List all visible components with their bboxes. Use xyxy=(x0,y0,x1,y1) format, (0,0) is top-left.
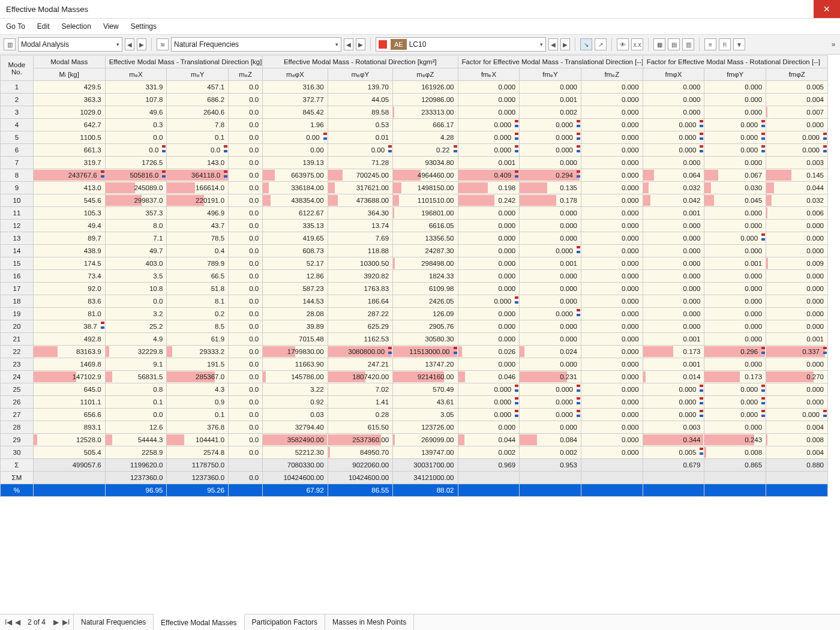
cell[interactable] xyxy=(581,472,643,484)
cell[interactable]: 0.000 xyxy=(704,358,766,371)
cell[interactable]: 0.000 xyxy=(520,245,581,257)
cell[interactable]: 0.000 xyxy=(643,295,704,308)
cell[interactable]: 3.22 xyxy=(263,383,328,396)
cell[interactable] xyxy=(33,484,105,497)
cell[interactable]: 71.28 xyxy=(328,157,392,169)
cell[interactable]: 7.69 xyxy=(328,232,392,245)
menu-view[interactable]: View xyxy=(103,22,119,31)
cell[interactable]: 126.09 xyxy=(393,308,458,320)
cell[interactable]: 83.6 xyxy=(33,295,105,308)
cell[interactable]: 893.1 xyxy=(33,421,105,434)
cell[interactable]: 247.21 xyxy=(328,358,392,371)
cell[interactable]: 0.000 xyxy=(766,308,828,320)
row-header[interactable]: 10 xyxy=(1,194,34,207)
cell[interactable]: 174.5 xyxy=(33,257,105,270)
cell[interactable]: 0.0 xyxy=(229,409,263,421)
cell[interactable]: 686.2 xyxy=(167,94,229,106)
cell[interactable]: 0.880 xyxy=(766,459,828,472)
cell[interactable]: 0.000 xyxy=(581,371,643,383)
cell[interactable]: 0.006 xyxy=(766,207,828,220)
cell[interactable]: 0.002 xyxy=(520,106,581,119)
row-header[interactable]: 12 xyxy=(1,220,34,232)
tool-table-c[interactable]: ▥ xyxy=(682,38,694,50)
cell[interactable]: 0.000 xyxy=(766,119,828,131)
cell[interactable]: 0.4 xyxy=(167,245,229,257)
cell[interactable]: 0.000 xyxy=(643,220,704,232)
cell[interactable]: 0.000 xyxy=(581,194,643,207)
cell[interactable]: 0.000 xyxy=(643,232,704,245)
cell[interactable]: 0.000 xyxy=(643,81,704,94)
cell[interactable]: 364118.0 xyxy=(167,169,229,182)
cell[interactable]: 166614.0 xyxy=(167,182,229,194)
cell[interactable]: 0.005 xyxy=(643,446,704,459)
analysis-next[interactable]: ▶ xyxy=(137,38,146,50)
cell[interactable]: 0.28 xyxy=(328,409,392,421)
cell[interactable]: 0.00 xyxy=(263,131,328,144)
cell[interactable]: 2537360.00 xyxy=(328,434,392,446)
cell[interactable]: 505816.0 xyxy=(105,169,167,182)
cell[interactable]: 0.000 xyxy=(520,333,581,346)
cell[interactable]: 1.41 xyxy=(328,396,392,409)
cell[interactable]: 89.58 xyxy=(328,106,392,119)
cell[interactable]: 0.008 xyxy=(766,434,828,446)
cell[interactable]: 298498.00 xyxy=(393,257,458,270)
cell[interactable]: 233313.00 xyxy=(393,106,458,119)
cell[interactable]: 505.4 xyxy=(33,446,105,459)
cell[interactable]: 3.05 xyxy=(393,409,458,421)
cell[interactable]: 587.23 xyxy=(263,283,328,295)
cell[interactable]: 25.2 xyxy=(105,320,167,333)
cell[interactable]: 0.0 xyxy=(167,144,229,157)
col-5[interactable]: mₑφY xyxy=(328,68,392,81)
cell[interactable]: 1162.53 xyxy=(328,333,392,346)
cell[interactable]: 0.000 xyxy=(704,320,766,333)
cell[interactable]: 3920.82 xyxy=(328,270,392,283)
cell[interactable]: 0.000 xyxy=(766,270,828,283)
cell[interactable]: 0.0 xyxy=(229,245,263,257)
row-header[interactable]: 28 xyxy=(1,421,34,434)
cell[interactable]: 93034.80 xyxy=(393,157,458,169)
cell[interactable]: 3582490.00 xyxy=(263,434,328,446)
cell[interactable]: 335.13 xyxy=(263,220,328,232)
cell[interactable]: 0.000 xyxy=(581,421,643,434)
cell[interactable]: 0.0 xyxy=(229,220,263,232)
row-header[interactable]: 30 xyxy=(1,446,34,459)
cell[interactable]: 0.000 xyxy=(704,421,766,434)
row-header[interactable]: 22 xyxy=(1,346,34,358)
cell[interactable]: 0.026 xyxy=(458,346,520,358)
cell[interactable]: 0.145 xyxy=(766,169,828,182)
cell[interactable]: 13356.50 xyxy=(393,232,458,245)
cell[interactable]: 0.000 xyxy=(520,144,581,157)
cell[interactable]: 104441.0 xyxy=(167,434,229,446)
cell[interactable] xyxy=(520,472,581,484)
cell[interactable]: 143.0 xyxy=(167,157,229,169)
cell[interactable]: 0.000 xyxy=(581,94,643,106)
cell[interactable]: 220191.0 xyxy=(167,194,229,207)
cell[interactable]: 0.000 xyxy=(581,283,643,295)
cell[interactable]: 120986.00 xyxy=(393,94,458,106)
cell[interactable]: 0.000 xyxy=(520,295,581,308)
cell[interactable]: 0.000 xyxy=(704,308,766,320)
col-3[interactable]: mₑZ xyxy=(229,68,263,81)
cell[interactable]: 419.65 xyxy=(263,232,328,245)
tool-list[interactable]: ≡ xyxy=(704,38,716,50)
cell[interactable]: 0.000 xyxy=(766,409,828,421)
cell[interactable]: 1807420.00 xyxy=(328,371,392,383)
cell[interactable]: 0.032 xyxy=(643,182,704,194)
cell[interactable]: 457.1 xyxy=(167,81,229,94)
row-header[interactable]: 7 xyxy=(1,157,34,169)
cell[interactable]: 0.001 xyxy=(520,257,581,270)
cell[interactable]: 118.88 xyxy=(328,245,392,257)
cell[interactable]: 0.000 xyxy=(520,220,581,232)
cell[interactable]: 0.53 xyxy=(328,119,392,131)
cell[interactable]: 0.000 xyxy=(704,157,766,169)
col-4[interactable]: mₑφX xyxy=(263,68,328,81)
cell[interactable]: 372.77 xyxy=(263,94,328,106)
cell[interactable]: 0.000 xyxy=(704,270,766,283)
row-header[interactable]: 15 xyxy=(1,257,34,270)
cell[interactable]: 0.000 xyxy=(704,383,766,396)
cell[interactable]: 0.1 xyxy=(167,131,229,144)
cell[interactable]: 49.4 xyxy=(33,220,105,232)
cell[interactable]: 8.1 xyxy=(167,295,229,308)
col-12[interactable]: fmφZ xyxy=(766,68,828,81)
cell[interactable]: 299837.0 xyxy=(105,194,167,207)
